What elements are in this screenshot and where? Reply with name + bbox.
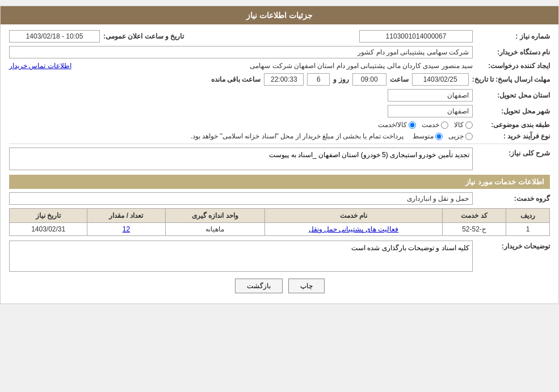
table-cell: 1403/02/31 — [10, 223, 87, 236]
services-table: ردیف کد خدمت نام خدمت واحد اندازه گیری ت… — [9, 208, 550, 236]
mohlat-saat-label: ساعت — [390, 75, 409, 83]
mohlat-date: 1403/02/25 — [412, 73, 469, 86]
col-kodKhedmat: کد خدمت — [442, 209, 506, 223]
motevaset-radio[interactable] — [435, 133, 443, 140]
namdastgah-value: شرکت سهامی پشتیبانی امور دام کشور — [9, 46, 473, 58]
grohKhedmat-label: گروه خدمت: — [476, 195, 550, 203]
col-radif: ردیف — [506, 209, 550, 223]
table-cell: ماهیانه — [165, 223, 265, 236]
kala-label: کالا — [454, 121, 464, 129]
motevaset-label: متوسط — [413, 132, 434, 140]
page-title: جزئیات اطلاعات نیاز — [1, 6, 558, 24]
noeFarayand-label: نوع فرآیند خرید : — [476, 132, 550, 140]
namdastgah-label: نام دستگاه خریدار: — [476, 48, 550, 56]
table-cell: 1 — [506, 223, 550, 236]
mohlat-roz-label: روز و — [333, 75, 348, 83]
touzihKharidar-textarea[interactable] — [9, 241, 473, 272]
mohlat-saat: 09:00 — [352, 73, 386, 86]
ejadkonande-label: ایجاد کننده درخواست: — [476, 62, 550, 70]
shomareNiaz-value: 1103001014000067 — [359, 30, 473, 43]
table-cell: 12 — [87, 223, 165, 236]
kala-khedmat-label: کالا/خدمت — [378, 121, 407, 129]
col-tarikh: تاریخ نیاز — [10, 209, 87, 223]
back-button[interactable]: بازگشت — [235, 279, 283, 293]
aattelasat-link[interactable]: اطلاعات تماس خریدار — [9, 62, 72, 70]
mohlat-baghimande-label: ساعت باقی مانده — [211, 75, 261, 83]
services-table-container: ردیف کد خدمت نام خدمت واحد اندازه گیری ت… — [9, 208, 550, 236]
table-cell: ح-52-52 — [442, 223, 506, 236]
jozei-radio-item: جزیی — [448, 132, 473, 140]
shahr-label: شهر محل تحویل: — [476, 107, 550, 115]
bottom-buttons: چاپ بازگشت — [9, 279, 550, 293]
divider1 — [9, 144, 550, 144]
shomareNiaz-label: شماره نیاز : — [476, 32, 550, 40]
tarikh-value: 1403/02/18 - 10:05 — [9, 30, 100, 43]
jozei-radio[interactable] — [465, 133, 473, 140]
khadamat-section-header: اطلاعات خدمات مورد نیاز — [9, 175, 550, 189]
table-cell: فعالیت های پشتیبانی حمل ونقل — [265, 223, 442, 236]
mohlat-roz: 6 — [307, 73, 330, 86]
ostan-label: استان محل تحویل: — [476, 91, 550, 99]
khedmat-radio[interactable] — [441, 121, 448, 129]
grohKhedmat-value: حمل و نقل و انبارداری — [9, 192, 473, 205]
kala-radio[interactable] — [465, 121, 473, 129]
table-row: 1ح-52-52فعالیت های پشتیبانی حمل ونقلماهی… — [10, 223, 550, 236]
kala-khedmat-radio-item: کالا/خدمت — [378, 121, 416, 129]
noeFarayand-desc: پرداخت تمام یا بخشی از مبلغ خریدار از مح… — [191, 132, 404, 140]
kala-radio-item: کالا — [454, 121, 473, 129]
ostan-value: اصفهان — [388, 89, 473, 102]
khedmat-radio-item: خدمت — [422, 121, 448, 129]
sharhKoli-textarea[interactable] — [9, 147, 473, 170]
sharhKoli-label: شرح کلی نیاز: — [476, 147, 550, 157]
shahr-value: اصفهان — [388, 105, 473, 117]
mohlat-baghimande: 22:00:33 — [264, 73, 304, 86]
col-tedad: تعداد / مقدار — [87, 209, 165, 223]
print-button[interactable]: چاپ — [288, 279, 325, 293]
touzihKharidar-label: توضیحات خریدار: — [476, 241, 550, 250]
col-namKhedmat: نام خدمت — [265, 209, 442, 223]
kala-khedmat-radio[interactable] — [409, 121, 416, 129]
tabaghebandi-label: طبقه بندی موضوعی: — [476, 121, 550, 129]
tarikh-label: تاریخ و ساعت اعلان عمومی: — [103, 32, 184, 40]
khedmat-label: خدمت — [422, 121, 439, 129]
motevaset-radio-item: متوسط — [413, 132, 443, 140]
mohlat-label: مهلت ارسال پاسخ: تا تاریخ: — [472, 75, 550, 83]
ejadkonande-value: سید منصور سیدی کاردان مالی پشتیبانی امور… — [75, 62, 473, 70]
jozei-label: جزیی — [448, 132, 464, 140]
col-vahed: واحد اندازه گیری — [165, 209, 265, 223]
